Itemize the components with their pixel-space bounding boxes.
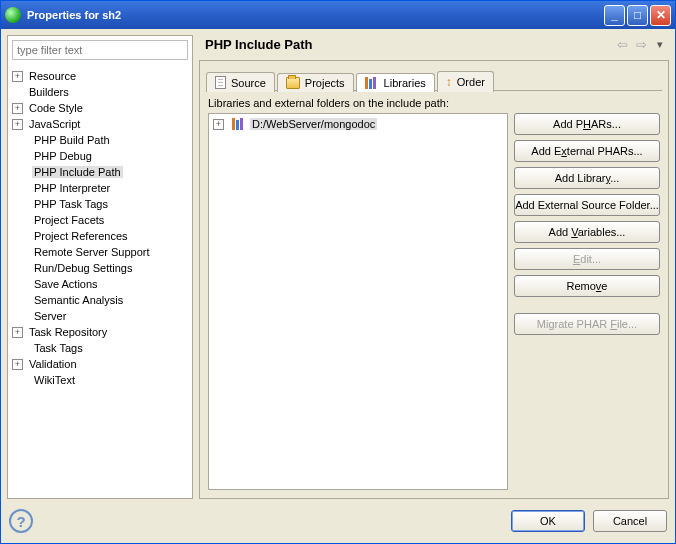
library-path: D:/WebServer/mongodoc	[250, 118, 377, 130]
libraries-description: Libraries and external folders on the in…	[208, 97, 660, 109]
tree-item-project-references[interactable]: Project References	[10, 228, 190, 244]
tree-item-task-tags[interactable]: Task Tags	[10, 340, 190, 356]
tab-libraries[interactable]: Libraries	[356, 73, 435, 92]
tree-item-javascript[interactable]: +JavaScript	[10, 116, 190, 132]
tree-item-builders[interactable]: Builders	[10, 84, 190, 100]
content-area: +Resource Builders +Code Style +JavaScri…	[1, 29, 675, 543]
tab-projects[interactable]: Projects	[277, 73, 354, 92]
dialog-footer: ? OK Cancel	[7, 505, 669, 537]
migrate-phar-button: Migrate PHAR File...	[514, 313, 660, 335]
tree-item-save-actions[interactable]: Save Actions	[10, 276, 190, 292]
order-icon: ↕	[446, 75, 452, 89]
page-header: PHP Include Path ⇦ ⇨ ▾	[199, 35, 669, 60]
include-path-panel: Source Projects Libraries ↕ Order	[199, 60, 669, 499]
main-split: +Resource Builders +Code Style +JavaScri…	[7, 35, 669, 499]
button-column: Add PHARs... Add External PHARs... Add L…	[514, 113, 660, 490]
window-title: Properties for sh2	[27, 9, 602, 21]
tree-item-wikitext[interactable]: WikiText	[10, 372, 190, 388]
tree-item-project-facets[interactable]: Project Facets	[10, 212, 190, 228]
page-title: PHP Include Path	[205, 37, 613, 52]
tree-item-php-task-tags[interactable]: PHP Task Tags	[10, 196, 190, 212]
tree-item-php-interpreter[interactable]: PHP Interpreter	[10, 180, 190, 196]
tab-source[interactable]: Source	[206, 72, 275, 92]
folder-icon	[286, 77, 300, 89]
add-variables-button[interactable]: Add Variables...	[514, 221, 660, 243]
tree-item-remote-server[interactable]: Remote Server Support	[10, 244, 190, 260]
tab-order[interactable]: ↕ Order	[437, 71, 494, 92]
add-external-source-button[interactable]: Add External Source Folder...	[514, 194, 660, 216]
tree-item-semantic[interactable]: Semantic Analysis	[10, 292, 190, 308]
library-icon	[232, 118, 246, 130]
tree-item-server[interactable]: Server	[10, 308, 190, 324]
help-icon[interactable]: ?	[9, 509, 33, 533]
tree-item-resource[interactable]: +Resource	[10, 68, 190, 84]
expand-icon[interactable]: +	[213, 119, 224, 130]
tree-item-task-repo[interactable]: +Task Repository	[10, 324, 190, 340]
tree-item-validation[interactable]: +Validation	[10, 356, 190, 372]
tree-item-php-include-path[interactable]: PHP Include Path	[10, 164, 190, 180]
left-panel: +Resource Builders +Code Style +JavaScri…	[7, 35, 193, 499]
tree-item-php-build-path[interactable]: PHP Build Path	[10, 132, 190, 148]
remove-button[interactable]: Remove	[514, 275, 660, 297]
tree-item-run-debug[interactable]: Run/Debug Settings	[10, 260, 190, 276]
expand-icon[interactable]: +	[12, 119, 23, 130]
right-panel: PHP Include Path ⇦ ⇨ ▾ Source Projects	[199, 35, 669, 499]
minimize-button[interactable]: _	[604, 5, 625, 26]
forward-icon[interactable]: ⇨	[636, 37, 647, 52]
filter-input[interactable]	[12, 40, 188, 60]
tab-body: Libraries and external folders on the in…	[206, 91, 662, 492]
titlebar[interactable]: Properties for sh2 _ □ ✕	[1, 1, 675, 29]
back-icon[interactable]: ⇦	[617, 37, 628, 52]
expand-icon[interactable]: +	[12, 359, 23, 370]
libraries-list[interactable]: + D:/WebServer/mongodoc	[208, 113, 508, 490]
add-library-button[interactable]: Add Library...	[514, 167, 660, 189]
app-icon	[5, 7, 21, 23]
add-external-phars-button[interactable]: Add External PHARs...	[514, 140, 660, 162]
library-icon	[365, 77, 379, 89]
tree-item-php-debug[interactable]: PHP Debug	[10, 148, 190, 164]
maximize-button[interactable]: □	[627, 5, 648, 26]
expand-icon[interactable]: +	[12, 103, 23, 114]
close-button[interactable]: ✕	[650, 5, 671, 26]
edit-button: Edit...	[514, 248, 660, 270]
properties-dialog: Properties for sh2 _ □ ✕ +Resource Build…	[0, 0, 676, 544]
add-phars-button[interactable]: Add PHARs...	[514, 113, 660, 135]
tab-bar: Source Projects Libraries ↕ Order	[206, 67, 662, 91]
tree-item-codestyle[interactable]: +Code Style	[10, 100, 190, 116]
properties-tree[interactable]: +Resource Builders +Code Style +JavaScri…	[8, 64, 192, 498]
library-item[interactable]: + D:/WebServer/mongodoc	[213, 118, 503, 130]
ok-button[interactable]: OK	[511, 510, 585, 532]
expand-icon[interactable]: +	[12, 71, 23, 82]
view-menu-icon[interactable]: ▾	[657, 38, 663, 51]
source-icon	[215, 76, 226, 89]
cancel-button[interactable]: Cancel	[593, 510, 667, 532]
expand-icon[interactable]: +	[12, 327, 23, 338]
